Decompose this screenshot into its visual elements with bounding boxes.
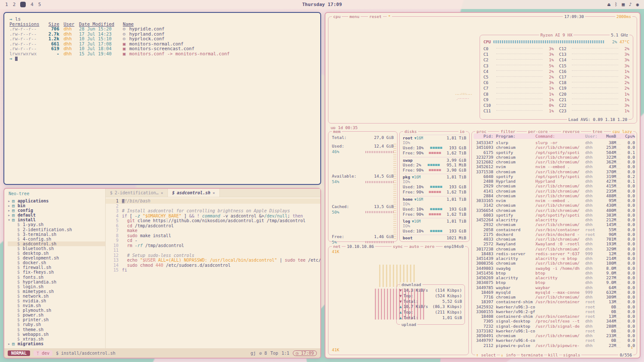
process-row[interactable]: 18397 containerd-shim /usr/bin/container…: [474, 299, 635, 304]
process-row[interactable]: 3373182 kworker/u96:1-co root 0B 0.0: [474, 329, 635, 333]
tray-icon[interactable]: ⏏: [608, 2, 611, 7]
process-row[interactable]: 3451693 chromium /usr/lib/chromium/ dhh …: [474, 145, 635, 150]
process-row[interactable]: 3371538 chromium /usr/lib/chromium/ dhh …: [474, 169, 635, 174]
tree-item[interactable]: $ plymouth.sh: [8, 308, 105, 313]
process-row[interactable]: 3452264 alacritty alacritty dhh 212M 0.0: [474, 217, 635, 222]
tree-item[interactable]: ▸ ▤ bin: [8, 203, 105, 208]
process-row[interactable]: 7305 signal-desktop /proc/self/exe --t d…: [474, 319, 635, 323]
close-tab-icon[interactable]: ×: [161, 191, 163, 195]
process-row[interactable]: 3017238 chromium /usr/lib/chromium/ dhh …: [474, 247, 635, 251]
tree-item[interactable]: $ firewall.sh: [8, 265, 105, 270]
scroll-down-icon[interactable]: ↓: [631, 345, 633, 350]
workspace-button[interactable]: 4: [30, 2, 33, 7]
proc-action-button[interactable]: terminate: [520, 353, 544, 357]
col-memory[interactable]: MemB: [599, 133, 616, 139]
tree-item[interactable]: $ development.sh: [8, 256, 105, 260]
process-row[interactable]: 6040 spotify /opt/spotify/spoti dhh 319M…: [474, 174, 635, 179]
menu-button[interactable]: menu: [348, 14, 361, 19]
workspace-button[interactable]: 2: [13, 2, 16, 7]
process-row[interactable]: 2112 pipewire-pulse /usr/lib/pipewire- d…: [474, 343, 635, 348]
tree-item[interactable]: $ network.sh: [8, 294, 105, 299]
process-row[interactable]: 3451456 btop btop dhh 9.0M 0.0: [474, 271, 635, 275]
process-row[interactable]: 4141 chromium /usr/lib/chromium/ dhh 235…: [474, 189, 635, 193]
process-row[interactable]: 3212682 chromium /usr/lib/chromium/ dhh …: [474, 160, 635, 164]
tree-item[interactable]: $ hyprlandia.sh: [8, 280, 105, 284]
tray-icon[interactable]: ▦: [622, 2, 625, 7]
tree-item[interactable]: $ 4-config.sh: [8, 237, 105, 241]
tree-item[interactable]: $ desktop.sh: [8, 251, 105, 256]
tray-icon[interactable]: ᛒ: [615, 2, 618, 7]
cpu-tab[interactable]: cpu: [332, 14, 342, 19]
tray-icon[interactable]: ♪: [629, 2, 632, 7]
process-row[interactable]: 2488 Hyprland Hyprland dhh 427M 0.1: [474, 179, 635, 184]
process-row[interactable]: 3449803 swaybg swaybg -i /home/dh dhh 8.…: [474, 266, 635, 271]
tree-item[interactable]: $ fix-fkeys.sh: [8, 270, 105, 275]
process-row[interactable]: 3449797 kworker/u96:4-co root 0B 0.0: [474, 338, 635, 343]
process-row[interactable]: 4033 chromium /usr/lib/chromium/ dhh 701…: [474, 237, 635, 241]
col-cpu[interactable]: Cpu%: [622, 133, 635, 139]
tree-item[interactable]: $ 3-terminal.sh: [8, 232, 105, 237]
process-row[interactable]: 3425932 kworker/u96:3-co root 0B 0.0: [474, 305, 635, 309]
neovim-window[interactable]: Neo-tree ▸ ▤ applications ▸ ▤ bin: [3, 188, 321, 359]
net-sync-toggle[interactable]: sync: [392, 244, 404, 249]
tree-item[interactable]: $ nvim.sh: [8, 303, 105, 308]
tree-item[interactable]: $ asdcontrol.sh: [8, 241, 105, 246]
tree-item[interactable]: $ mimetypes.sh: [8, 289, 105, 294]
process-row[interactable]: 2884 chromium /usr/lib/chromium/ dhh 488…: [474, 193, 635, 198]
tree-item[interactable]: ▾ ▤ install: [8, 217, 105, 222]
tree-item[interactable]: $ fonts.sh: [8, 275, 105, 280]
mem-tab[interactable]: mem: [332, 129, 342, 134]
tree-item[interactable]: $ 2-identification.sh: [8, 227, 105, 232]
proc-action-button[interactable]: ↓ info: [500, 353, 516, 357]
tree-item[interactable]: $ xtras.sh: [8, 337, 105, 341]
tree-item[interactable]: $ theme.sh: [8, 327, 105, 332]
net-interface[interactable]: enp194s0: [443, 244, 465, 249]
process-row[interactable]: 3450269 alacritty alacritty dhh 227M 0.0: [474, 275, 635, 280]
tree-item[interactable]: $ bluetooth.sh: [8, 246, 105, 251]
tree-item[interactable]: $ docker.sh: [8, 260, 105, 265]
tray-icon[interactable]: ◉: [636, 2, 639, 7]
process-row[interactable]: 18483 redis-server redis-server *:637 99…: [474, 251, 635, 256]
proc-action-button[interactable]: ↑ select: [475, 353, 497, 357]
terminal-window[interactable]: → ls Permissions Size User Date Modified…: [3, 12, 321, 185]
workspace-button[interactable]: 5: [38, 2, 41, 7]
tree-item[interactable]: ▸ ▤ config: [8, 208, 105, 213]
process-row[interactable]: 3232739 chromium /usr/lib/chromium/ dhh …: [474, 155, 635, 160]
btop-window[interactable]: cpu menu reset * 17:09:30 2000ms ⢀⣀⣠⣤⣄⣀⡀…: [325, 12, 641, 359]
col-user[interactable]: User:: [585, 133, 599, 139]
process-row[interactable]: 3050491 chromium /usr/lib/chromium/ dhh …: [474, 333, 635, 338]
refresh-interval[interactable]: 2000ms: [615, 14, 632, 19]
editor-tab[interactable]: $ 2-identification… ×: [106, 189, 168, 197]
tree-item[interactable]: ▸ ▤ default: [8, 213, 105, 217]
tree-item[interactable]: $ webapps.sh: [8, 332, 105, 337]
workspace-button[interactable]: 1: [5, 2, 8, 7]
tree-item[interactable]: $ 1-yay.sh: [8, 222, 105, 227]
editor-tab[interactable]: $ asdcontrol.sh ×: [168, 189, 220, 197]
tree-item[interactable]: ▸ ▤ applications: [8, 199, 105, 203]
process-row[interactable]: 3360155 kworker/u96:2-gf root 0B 0.0: [474, 309, 635, 314]
net-zero-toggle[interactable]: zero: [423, 244, 436, 249]
process-row[interactable]: 2058 containerd /usr/bin/container root …: [474, 227, 635, 232]
process-row[interactable]: 3452612 nvim nvim --embed . dhh 43M 0.0: [474, 164, 635, 169]
close-tab-icon[interactable]: ×: [213, 191, 215, 195]
process-row[interactable]: 6175 spotify /opt/spotify/spoti dhh 504M…: [474, 150, 635, 155]
tree-item[interactable]: $ ruby.sh: [8, 322, 105, 327]
process-row[interactable]: 7232 signal-desktop /usr/lib/signal-de d…: [474, 324, 635, 329]
proc-action-button[interactable]: kill: [547, 353, 559, 357]
process-row[interactable]: 18408 containerd-shim /usr/bin/container…: [474, 314, 635, 319]
proc-action-button[interactable]: signals: [562, 353, 581, 357]
col-program[interactable]: Program:: [496, 133, 535, 139]
process-row[interactable]: 18469 mysqld mysqld --max-conne 999 632M…: [474, 290, 635, 295]
process-row[interactable]: 3034075 btop btop dhh 9.0M 0.0: [474, 280, 635, 285]
net-auto-toggle[interactable]: auto: [408, 244, 420, 249]
process-row[interactable]: 2929 chromium /usr/lib/chromium/ dhh 415…: [474, 184, 635, 188]
process-row[interactable]: 3033165 nvim nvim --embed . dhh 95M 0.0: [474, 198, 635, 203]
disks-tab[interactable]: disks: [403, 129, 418, 134]
io-toggle[interactable]: io: [459, 129, 466, 134]
reset-button[interactable]: reset: [368, 14, 383, 19]
col-pid[interactable]: Pid:: [474, 133, 496, 139]
process-row[interactable]: 3008356 chromium /usr/lib/chromium/ dhh …: [474, 261, 635, 265]
process-row[interactable]: 2175 dockerd /usr/bin/dockerd - root 96M…: [474, 232, 635, 237]
tree-item[interactable]: $ login.sh: [8, 284, 105, 289]
process-row[interactable]: 3451439 alacritty alacritty -e btop dhh …: [474, 256, 635, 261]
